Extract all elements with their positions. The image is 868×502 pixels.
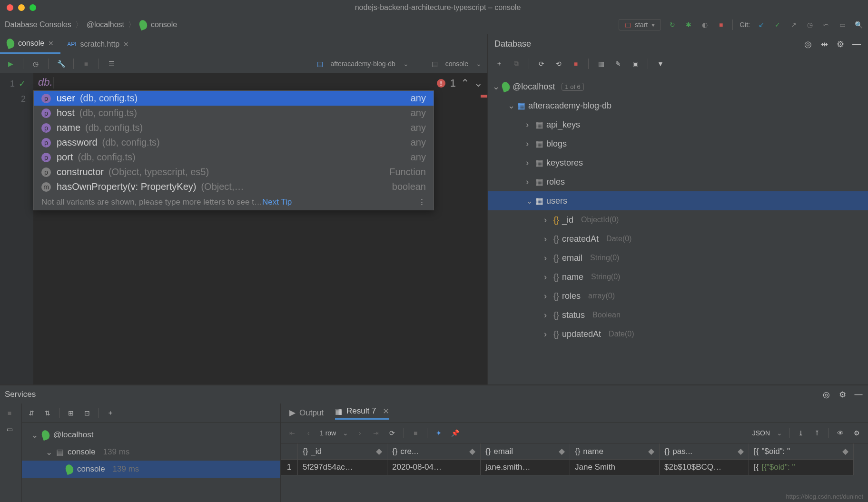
completion-item[interactable]: mhasOwnProperty(v: PropertyKey)(Object,…… [34,179,434,194]
breadcrumb-item[interactable]: @localhost [87,20,124,29]
first-page-icon[interactable]: ⇤ [287,428,297,438]
chevron-right-icon[interactable]: › [544,310,551,320]
duplicate-icon[interactable]: ⧉ [512,59,521,69]
db-host-node[interactable]: ⌄ @localhost 1 of 6 [488,77,868,96]
tab-scratch[interactable]: API scratch.http ✕ [60,34,136,54]
breadcrumb-item[interactable]: Database Consoles [5,20,71,29]
services-host-node[interactable]: ⌄@localhost [22,426,280,443]
tx-icon[interactable]: ☰ [107,59,116,69]
run-icon[interactable]: ↻ [668,20,677,30]
split-icon[interactable]: ⇹ [819,39,829,49]
prev-page-icon[interactable]: ‹ [304,428,313,438]
gear-icon[interactable]: ⚙ [838,390,847,399]
database-tree[interactable]: ⌄ @localhost 1 of 6 ⌄ ▦ afteracademy-blo… [488,73,868,384]
pin-icon[interactable]: 📌 [450,428,460,438]
close-icon[interactable]: ✕ [123,40,129,48]
add-icon[interactable]: ＋ [106,408,115,418]
chevron-right-icon[interactable]: › [544,329,551,339]
play-icon[interactable]: ▶ [6,59,15,69]
stop-icon[interactable]: ■ [571,59,581,69]
completion-item[interactable]: pname(db, config.ts)any [34,120,434,135]
stop-icon[interactable]: ■ [716,20,726,30]
column-header[interactable]: {}pas...◆ [660,443,749,460]
next-page-icon[interactable]: › [355,428,365,438]
prev-error-icon[interactable]: ⌃ [461,77,469,89]
db-collection-node[interactable]: ›▦blogs [488,134,868,153]
close-icon[interactable]: ✕ [48,39,54,47]
add-icon[interactable]: ＋ [494,59,504,69]
chevron-right-icon[interactable]: › [544,272,551,282]
chevron-right-icon[interactable]: › [526,139,533,149]
import-icon[interactable]: ⤒ [812,428,822,438]
search-icon[interactable]: 🔍 [854,20,863,30]
chevron-down-icon[interactable]: ⌄ [403,60,409,68]
completion-item[interactable]: ppassword(db, config.ts)any [34,135,434,150]
edit-icon[interactable]: ✎ [613,59,623,69]
coverage-icon[interactable]: ◐ [700,20,710,30]
rollback-icon[interactable]: ⤺ [821,20,831,30]
next-error-icon[interactable]: ⌄ [474,77,483,89]
tab-console[interactable]: console ✕ [0,34,60,54]
error-marker[interactable] [481,95,487,98]
db-database-node[interactable]: ⌄ ▦ afteracademy-blog-db [488,96,868,115]
column-header[interactable]: {}cre...◆ [387,443,481,460]
column-header[interactable]: {}_id◆ [298,443,387,460]
row-count[interactable]: 1 row [320,429,336,437]
cell[interactable]: Jane Smith [570,460,660,475]
completion-item[interactable]: phost(db, config.ts)any [34,106,434,120]
tab-output[interactable]: ▶Output [289,408,324,418]
layout-icon[interactable]: ▭ [5,424,14,434]
gear-icon[interactable]: ⚙ [836,39,845,49]
code-editor[interactable]: 1✓ 2 db. ! 1 ⌃ ⌄ puser(db, config.ts)any… [0,73,487,384]
tab-result[interactable]: ▦Result 7✕ [335,406,389,420]
chevron-right-icon[interactable]: › [526,120,533,130]
db-collection-node[interactable]: ⌄▦users [488,191,868,210]
chevron-down-icon[interactable]: ⌄ [508,100,514,111]
datasource-selector[interactable]: afteracademy-blog-db [331,60,395,68]
db-field-node[interactable]: ›{}nameString(0) [488,267,868,286]
chevron-right-icon[interactable]: › [544,291,551,301]
chevron-down-icon[interactable]: ⌄ [526,196,533,206]
db-field-node[interactable]: ›{}updatedAtDate(0) [488,325,868,344]
code-area[interactable]: db. ! 1 ⌃ ⌄ puser(db, config.ts)any phos… [33,73,487,384]
table-row[interactable]: 1 5f297d54ac… 2020-08-04… jane.smith… Ja… [281,460,868,475]
error-widget[interactable]: ! 1 ⌃ ⌄ [437,77,483,89]
result-grid[interactable]: {}_id◆ {}cre...◆ {}email◆ {}name◆ {}pas.… [281,443,868,502]
cell[interactable]: 5f297d54ac… [298,460,387,475]
add-row-icon[interactable]: ✦ [434,428,444,438]
cell[interactable]: [{[{"$oid": " [749,460,854,475]
minimize-icon[interactable]: — [852,39,861,49]
row-index-header[interactable] [281,443,298,460]
target-icon[interactable]: ◎ [803,39,813,49]
vcs-commit-icon[interactable]: ✓ [773,20,782,30]
vcs-update-icon[interactable]: ↙ [757,20,766,30]
breadcrumb-item[interactable]: console [151,20,177,29]
vcs-push-icon[interactable]: ↗ [789,20,799,30]
db-field-node[interactable]: ›{}emailString(0) [488,248,868,267]
chevron-right-icon[interactable]: › [526,158,533,168]
minimize-icon[interactable]: — [854,390,863,399]
run-config-selector[interactable]: ▢ start ▾ [619,19,661,30]
db-field-node[interactable]: ›{}rolesarray(0) [488,286,868,305]
bug-icon[interactable]: ✱ [684,20,693,30]
export-icon[interactable]: ⤓ [796,428,806,438]
group-icon[interactable]: ⊞ [66,408,76,418]
target-icon[interactable]: ◎ [821,390,831,399]
services-run-node[interactable]: console139 ms [22,461,280,478]
chevron-right-icon[interactable]: › [526,177,533,187]
chevron-right-icon[interactable]: › [544,215,551,225]
close-icon[interactable]: ✕ [383,406,389,416]
db-field-node[interactable]: ›{}statusBoolean [488,305,868,325]
refresh-icon[interactable]: ⟳ [387,428,397,438]
stop-icon[interactable]: ■ [411,428,420,438]
eye-icon[interactable]: 👁 [836,428,845,438]
db-field-node[interactable]: ›{}_idObjectId(0) [488,210,868,229]
explain-icon[interactable]: ◷ [31,59,40,69]
chevron-down-icon[interactable]: ⌄ [493,81,499,92]
column-header[interactable]: {}name◆ [570,443,660,460]
wrench-icon[interactable]: 🔧 [56,59,66,69]
last-page-icon[interactable]: ⇥ [371,428,381,438]
more-icon[interactable]: ⋮ [418,197,426,207]
history-icon[interactable]: ◷ [805,20,815,30]
next-tip-link[interactable]: Next Tip [262,197,292,207]
